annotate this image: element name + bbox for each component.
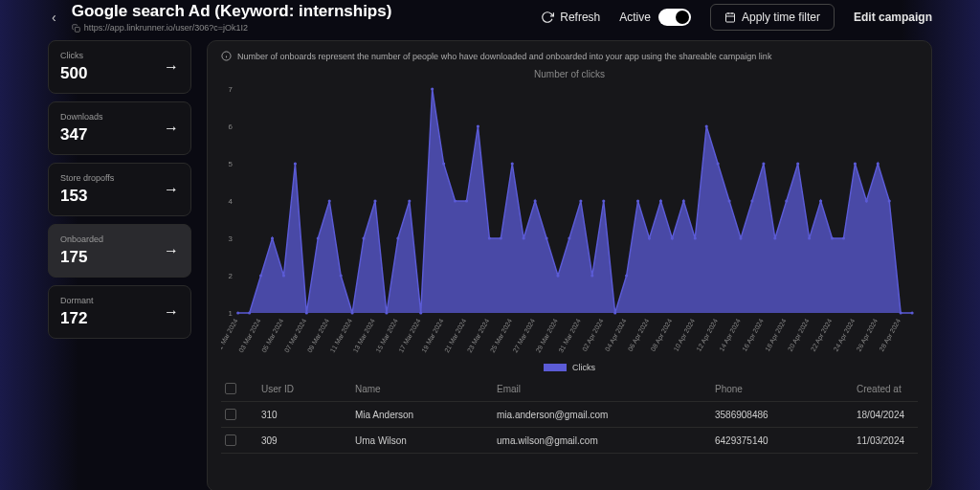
back-button[interactable]: ‹ [48,6,60,29]
th-user-id: User ID [261,384,347,394]
cell-phone: 6429375140 [715,435,849,446]
cell-name: Uma Wilson [355,435,489,446]
select-all-checkbox[interactable] [225,383,236,394]
info-icon [221,51,232,61]
svg-rect-0 [75,27,79,32]
svg-point-62 [773,236,776,239]
stat-label: Clicks [60,51,87,60]
svg-point-58 [728,199,731,202]
refresh-button[interactable]: Refresh [541,11,600,24]
svg-point-27 [373,199,376,202]
svg-point-63 [785,199,788,202]
svg-text:25 Mar 2024: 25 Mar 2024 [489,318,513,354]
arrow-right-icon: → [164,303,179,321]
row-checkbox[interactable] [225,434,236,446]
svg-text:2: 2 [228,272,232,280]
legend-label: Clicks [572,363,595,372]
svg-text:02 Apr 2024: 02 Apr 2024 [581,318,605,353]
cell-created: 18/04/2024 [857,410,932,420]
svg-text:29 Mar 2024: 29 Mar 2024 [535,318,559,354]
copy-icon[interactable] [72,24,80,33]
svg-point-70 [865,199,868,202]
svg-text:31 Mar 2024: 31 Mar 2024 [557,318,581,354]
table-row[interactable]: 309 Uma Wilson uma.wilson@gmail.com 6429… [221,428,918,454]
th-created: Created at [857,384,932,394]
svg-point-22 [317,236,320,239]
svg-text:16 Apr 2024: 16 Apr 2024 [741,318,765,353]
cell-email: mia.anderson@gmail.com [497,410,707,420]
svg-text:27 Mar 2024: 27 Mar 2024 [512,318,536,354]
chart-title: Number of clicks [221,67,918,83]
svg-point-57 [717,162,720,165]
th-name: Name [355,384,489,394]
calendar-icon [724,11,736,23]
refresh-label: Refresh [560,11,600,24]
cell-phone: 3586908486 [715,410,849,420]
svg-point-39 [511,162,514,165]
svg-point-20 [294,162,297,165]
stat-label: Dormant [60,296,94,305]
svg-point-60 [750,199,753,202]
svg-text:14 Apr 2024: 14 Apr 2024 [718,318,742,353]
svg-point-17 [259,274,262,277]
th-phone: Phone [715,384,849,394]
svg-point-26 [362,236,365,239]
svg-point-25 [351,311,354,314]
stat-card-store-dropoffs[interactable]: Store dropoffs 153 → [48,163,191,216]
svg-text:19 Mar 2024: 19 Mar 2024 [420,318,444,354]
content-panel: Number of onboards represent the number … [207,40,932,490]
clicks-chart: 123456701 Mar 202403 Mar 202405 Mar 2024… [221,83,918,361]
svg-text:24 Apr 2024: 24 Apr 2024 [833,318,857,353]
svg-point-53 [671,236,674,239]
svg-point-43 [556,274,559,277]
svg-text:13 Mar 2024: 13 Mar 2024 [352,318,376,354]
stat-card-dormant[interactable]: Dormant 172 → [48,285,191,339]
svg-text:12 Apr 2024: 12 Apr 2024 [695,318,719,353]
edit-campaign-button[interactable]: Edit campaign [854,11,932,24]
svg-point-36 [477,124,479,127]
svg-point-56 [705,124,708,127]
sidebar: Clicks 500 → Downloads 347 → Store dropo… [48,40,191,490]
stat-card-onboarded[interactable]: Onboarded 175 → [48,224,191,278]
svg-point-24 [340,274,343,277]
stat-card-downloads[interactable]: Downloads 347 → [48,101,191,155]
svg-text:03 Mar 2024: 03 Mar 2024 [237,318,261,354]
svg-point-49 [625,274,628,277]
svg-text:23 Mar 2024: 23 Mar 2024 [466,318,490,354]
svg-point-64 [796,162,799,165]
users-table: User ID Name Email Phone Created at 310 … [221,376,918,454]
svg-text:28 Apr 2024: 28 Apr 2024 [878,318,902,353]
svg-text:17 Mar 2024: 17 Mar 2024 [397,318,421,354]
arrow-right-icon: → [164,58,179,76]
th-email: Email [497,384,707,394]
stat-value: 347 [60,125,103,145]
stat-label: Store dropoffs [60,173,114,183]
active-toggle[interactable] [658,9,691,26]
svg-point-55 [694,236,697,239]
time-filter-label: Apply time filter [742,11,820,24]
svg-point-48 [613,311,616,314]
stat-value: 153 [60,187,114,206]
title-block: Google search Ad (Keyword: internships) … [72,2,530,33]
svg-point-32 [431,87,434,90]
svg-point-15 [236,311,239,314]
svg-point-50 [636,199,639,202]
svg-text:4: 4 [228,197,233,206]
svg-point-16 [248,311,251,314]
svg-point-52 [659,199,662,202]
svg-point-51 [648,236,651,239]
svg-point-40 [523,236,525,239]
svg-text:10 Apr 2024: 10 Apr 2024 [673,318,697,353]
stat-label: Downloads [60,112,103,122]
svg-point-19 [282,274,285,277]
row-checkbox[interactable] [225,409,236,420]
svg-point-28 [385,311,388,314]
table-row[interactable]: 310 Mia Anderson mia.anderson@gmail.com … [221,402,918,428]
cell-created: 11/03/2024 [857,435,932,446]
info-text: Number of onboards represent the number … [237,52,771,61]
time-filter-button[interactable]: Apply time filter [710,4,835,31]
stat-card-clicks[interactable]: Clicks 500 → [48,40,191,94]
svg-point-72 [888,199,891,202]
stat-value: 500 [60,64,87,83]
svg-point-69 [854,162,857,165]
